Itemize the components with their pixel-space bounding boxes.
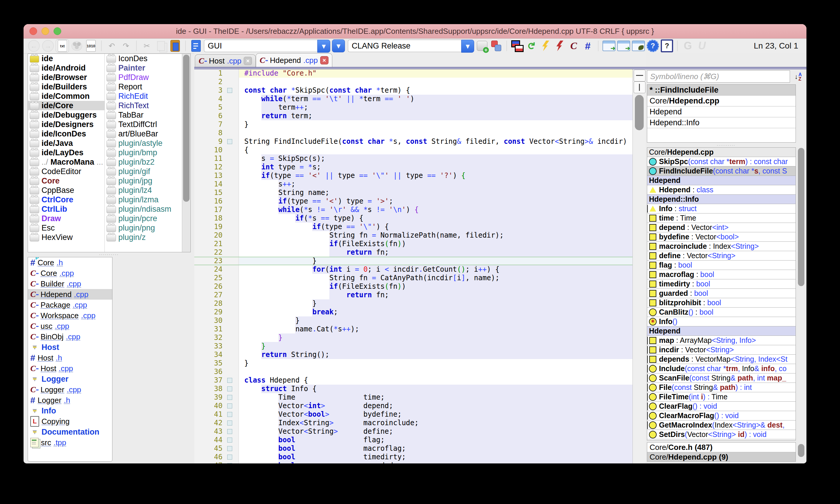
assist-item[interactable]: Hdepend	[647, 106, 795, 117]
symbol-item[interactable]: time : Time	[647, 214, 795, 223]
code-line[interactable]: 46 bool timedirty;	[194, 453, 633, 461]
scrollbar-thumb[interactable]	[183, 55, 190, 202]
code-line[interactable]: 10{	[194, 146, 633, 155]
package-item[interactable]: Painter	[105, 63, 182, 73]
usage-file-item[interactable]: Core/Core.h (487)	[647, 443, 795, 452]
file-group-row[interactable]: ▼Documentation	[28, 427, 112, 437]
file-group-row[interactable]: ▼Host	[28, 342, 112, 353]
code-line[interactable]: 40 Vector<int> depend;	[194, 402, 633, 410]
execute-window-icon[interactable]	[602, 40, 615, 52]
assist-list[interactable]: * ::FindIncludeFileCore/Hdepend.cppHdepe…	[647, 84, 796, 143]
package-item[interactable]: plugin/lzma	[105, 195, 182, 204]
package-item[interactable]: plugin/gif	[105, 167, 182, 176]
package-list-column-2[interactable]: IconDesPainterPdfDrawReportRichEditRichT…	[105, 54, 182, 252]
environment-window-icon[interactable]	[632, 40, 645, 52]
symbol-item[interactable]: Include(const char *trm, Info& info, co	[647, 364, 795, 374]
symbol-item[interactable]: CanBlitz() : bool	[647, 308, 795, 317]
code-line[interactable]: 14 s++;	[194, 180, 633, 188]
package-item[interactable]: plugin/z	[105, 233, 182, 242]
symbol-item[interactable]: SetDirs(Vector<String> id) : void	[647, 430, 795, 439]
code-line[interactable]: 29 break;	[194, 308, 633, 317]
package-item[interactable]: plugin/jpg	[105, 176, 182, 185]
build-method-combo-input[interactable]	[348, 40, 461, 52]
package-item[interactable]: ide/Builders	[28, 82, 104, 91]
sort-alphabetical-button[interactable]: ↓ AZ	[791, 70, 805, 83]
file-usage-scrollbar[interactable]	[797, 443, 805, 462]
code-line[interactable]: 4 while(*term == '\t' || *term == ' ')	[194, 95, 633, 103]
file-item[interactable]: #PCore.h	[28, 257, 112, 268]
title-bar[interactable]: ide - GUI - TheIDE - /Users/rebaczz/Appl…	[23, 24, 806, 38]
file-item[interactable]: #Logger.h	[28, 395, 112, 406]
file-item[interactable]: C∙∙Workspace.cpp	[28, 310, 112, 321]
package-list-dropdown-button[interactable]: ▾	[332, 39, 345, 52]
symbol-file-header[interactable]: Core/Hdepend.cpp	[647, 148, 795, 157]
forward-button[interactable]: →	[42, 40, 54, 52]
file-item[interactable]: C∙∙Core.cpp	[28, 268, 112, 278]
symbol-item[interactable]: macroinclude : Index<String>	[647, 242, 795, 251]
code-line[interactable]: 7}	[194, 120, 633, 129]
file-usage-list[interactable]: Core/Core.h (487)Core/Hdepend.cpp (9)	[647, 442, 796, 462]
add-package-icon[interactable]	[476, 40, 488, 52]
package-item[interactable]: TabBar	[105, 110, 182, 120]
close-tab-button[interactable]: ✕	[244, 57, 252, 65]
symbol-search-input[interactable]	[647, 70, 790, 83]
symbol-item[interactable]: flag : bool	[647, 260, 795, 270]
file-group-row[interactable]: ▼Info	[28, 406, 112, 416]
file-list-panel[interactable]: #PCore.hC∙∙Core.cppC∙∙Builder.cppC∙∙Hdep…	[28, 257, 113, 462]
code-line[interactable]: 5 term++;	[194, 103, 633, 112]
package-item[interactable]: IconDes	[105, 54, 182, 63]
code-line[interactable]: 21 if(FileExists(fn))	[194, 240, 633, 248]
code-line[interactable]: 17 while(*s != '\r' && *s != '\n') {	[194, 205, 633, 214]
file-item[interactable]: C∙∙Host.cpp	[28, 363, 112, 374]
symbol-item[interactable]: File(const String& path) : int	[647, 383, 795, 392]
package-item[interactable]: ide/Browser	[28, 73, 104, 82]
symbol-item[interactable]: depend : Vector<int>	[647, 223, 795, 232]
code-line[interactable]: 32 }	[194, 334, 633, 342]
file-item[interactable]: C∙∙BinObj.cpp	[28, 331, 112, 342]
code-line[interactable]: 38 struct Info {	[194, 384, 633, 393]
packages-icon[interactable]	[490, 40, 502, 52]
zoom-window-button[interactable]	[54, 28, 61, 35]
symbol-item[interactable]: define : Vector<String>	[647, 251, 795, 260]
new-file-button[interactable]	[190, 40, 202, 52]
fold-marker[interactable]	[227, 412, 232, 417]
code-line[interactable]: 45 bool macroflag;	[194, 444, 633, 453]
package-item[interactable]: ide/Designers	[28, 120, 104, 129]
symbol-item[interactable]: FileTime(int i) : Time	[647, 392, 795, 402]
package-item[interactable]: ide/LayDes	[28, 148, 104, 157]
package-item[interactable]: CodeEditor	[28, 167, 104, 176]
symbol-section-header[interactable]: Hdepend	[647, 176, 795, 185]
code-line[interactable]: 16 if(type == '<') type = '>';	[194, 197, 633, 205]
package-item[interactable]: PdfDraw	[105, 73, 182, 82]
package-item[interactable]: TextDiffCtrl	[105, 120, 182, 129]
file-item[interactable]: LCopying	[28, 416, 112, 427]
package-item[interactable]: art/BlueBar	[105, 129, 182, 139]
package-combo-input[interactable]	[204, 40, 317, 52]
rebuild-lightning-icon[interactable]	[553, 40, 566, 52]
preprocessor-hash-icon[interactable]: #	[582, 40, 594, 52]
code-line[interactable]: 28 }	[194, 299, 633, 308]
package-item[interactable]: CtrlCore	[28, 195, 104, 204]
editor-scrollbar[interactable]	[633, 69, 646, 464]
symbol-item[interactable]: map : ArrayMap<String, Info>	[647, 336, 795, 345]
copy-button[interactable]	[155, 40, 167, 52]
minimize-window-button[interactable]	[41, 28, 49, 35]
edit-as-text-button[interactable]: txt	[56, 39, 69, 52]
scrollbar-thumb[interactable]	[798, 148, 804, 286]
symbol-section-header[interactable]: Hdepend::Info	[647, 195, 795, 204]
code-line[interactable]: 8	[194, 129, 633, 137]
package-item[interactable]: plugin/bz2	[105, 157, 182, 167]
package-item[interactable]: Report	[105, 82, 182, 91]
code-line[interactable]: 39 Time time;	[194, 393, 633, 402]
navigator-splitter-top[interactable]: ··········	[646, 143, 806, 147]
split-vertical-button[interactable]	[634, 82, 646, 93]
code-line[interactable]: 15 String name;	[194, 188, 633, 197]
paste-button[interactable]	[169, 40, 181, 52]
package-list-scrollbar[interactable]	[182, 54, 190, 252]
symbol-item[interactable]: blitzprohibit : bool	[647, 298, 795, 308]
fold-marker[interactable]	[227, 139, 232, 144]
package-item[interactable]: RichEdit	[105, 91, 182, 101]
fold-marker[interactable]	[227, 455, 232, 460]
package-combo-dropdown-button[interactable]: ▾	[317, 40, 330, 53]
fold-marker[interactable]	[227, 437, 232, 443]
